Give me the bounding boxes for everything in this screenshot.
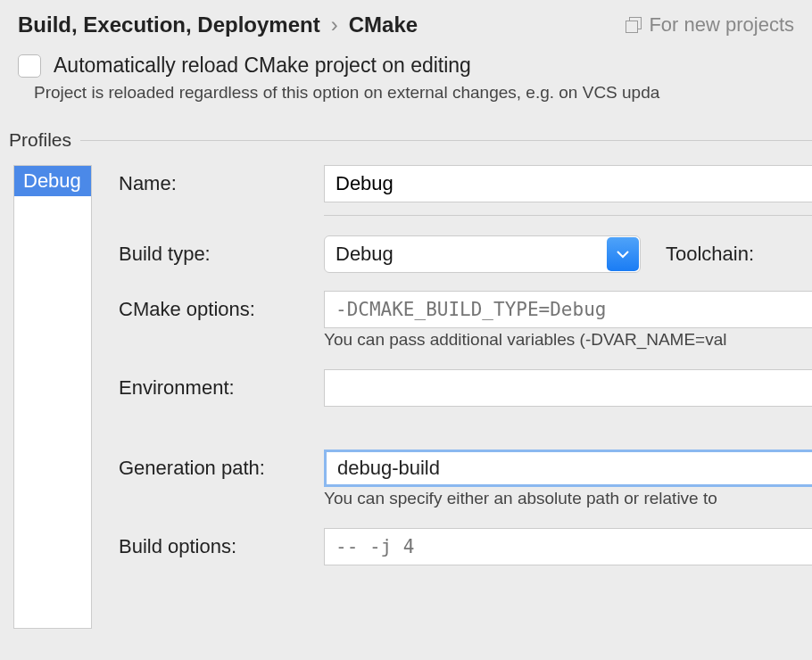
profiles-title: Profiles (9, 129, 71, 151)
toolchain-label: Toolchain: (666, 243, 754, 266)
auto-reload-label[interactable]: Automatically reload CMake project on ed… (54, 54, 471, 78)
profile-item-debug[interactable]: Debug (14, 166, 91, 196)
build-type-select[interactable]: Debug (324, 235, 641, 273)
copy-icon (626, 17, 642, 33)
for-new-projects-label: For new projects (649, 13, 794, 37)
profiles-section: Profiles Debug Name: Build type: Debug (0, 113, 812, 629)
cmake-options-label: CMake options: (119, 298, 324, 321)
form-divider (324, 215, 812, 216)
for-new-projects-indicator: For new projects (626, 13, 794, 37)
cmake-options-hint: You can pass additional variables (-DVAR… (324, 330, 812, 350)
name-input[interactable] (324, 165, 812, 202)
profiles-list[interactable]: Debug (13, 165, 92, 629)
profile-form: Name: Build type: Debug Toolchain: CMake… (92, 165, 812, 629)
environment-label: Environment: (119, 376, 324, 400)
generation-path-label: Generation path: (119, 457, 324, 480)
breadcrumb-parent[interactable]: Build, Execution, Deployment (18, 12, 320, 37)
build-options-input[interactable] (324, 528, 812, 565)
chevron-down-icon (607, 237, 639, 271)
generation-path-input[interactable] (324, 450, 812, 487)
generation-path-hint: You can specify either an absolute path … (324, 489, 812, 508)
auto-reload-description: Project is reloaded regardless of this o… (34, 83, 794, 103)
breadcrumb-separator-icon: › (331, 12, 338, 37)
profiles-divider (80, 140, 812, 141)
auto-reload-section: Automatically reload CMake project on ed… (0, 46, 812, 113)
settings-header: Build, Execution, Deployment › CMake For… (0, 0, 812, 46)
name-label: Name: (119, 172, 324, 195)
auto-reload-checkbox[interactable] (18, 54, 41, 78)
environment-input[interactable] (324, 369, 812, 407)
breadcrumb: Build, Execution, Deployment › CMake (18, 12, 418, 37)
cmake-options-input[interactable] (324, 291, 812, 328)
build-options-label: Build options: (119, 535, 324, 558)
build-type-label: Build type: (119, 243, 324, 266)
build-type-value: Debug (324, 235, 641, 273)
breadcrumb-current: CMake (349, 12, 418, 37)
